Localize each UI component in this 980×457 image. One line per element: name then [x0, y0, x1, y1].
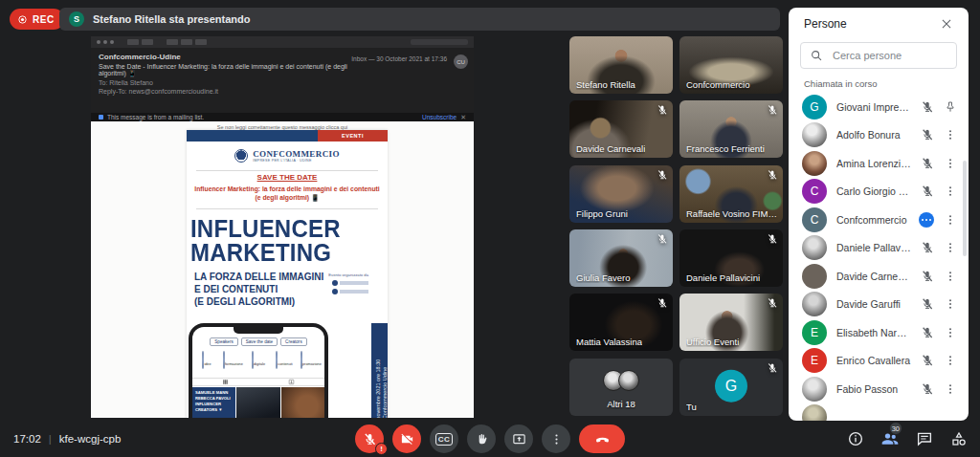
more-options-icon[interactable]	[944, 185, 957, 198]
video-tile-filippo-gruni[interactable]: Filippo Gruni	[569, 165, 673, 223]
highlight-label: idee	[204, 362, 211, 366]
participant-row[interactable]: Adolfo Bonura	[789, 121, 969, 150]
show-people-button[interactable]: 30	[880, 429, 900, 448]
video-tile-altri-18[interactable]: Altri 18	[569, 359, 673, 416]
participant-row[interactable]: Davide Carnevali	[789, 262, 969, 291]
more-options-icon[interactable]	[944, 326, 957, 339]
participant-row[interactable]: CConfcommercio	[789, 206, 969, 234]
highlight-label: contenuti	[278, 362, 292, 366]
meeting-details-button[interactable]	[846, 429, 865, 448]
dismiss-notice-icon[interactable]: ✕	[460, 114, 466, 121]
close-panel-icon[interactable]	[940, 17, 953, 31]
participant-avatar	[802, 122, 827, 147]
captions-button[interactable]: CC	[430, 424, 458, 453]
more-options-icon[interactable]	[944, 297, 957, 311]
participant-avatar	[802, 377, 827, 402]
participant-avatar	[802, 292, 827, 316]
participant-row[interactable]: Amina Lorenzina Bodro	[789, 149, 969, 178]
more-options-icon[interactable]	[944, 213, 957, 227]
video-tile-davide-carnevali[interactable]: Davide Carnevali	[569, 100, 673, 158]
tile-name-label: Giulia Favero	[576, 272, 631, 283]
mail-subject: Save the Date - Influencer Marketing: la…	[99, 63, 376, 77]
poster-subtitle: LA FORZA DELLE IMMAGINIE DEI CONTENUTI(E…	[194, 271, 323, 308]
organized-by: Evento organizzato da	[319, 272, 368, 294]
organizer-logo-icon	[332, 289, 338, 294]
pin-icon[interactable]	[944, 100, 957, 114]
more-options-icon[interactable]	[944, 354, 957, 367]
people-search-input[interactable]	[831, 49, 947, 62]
poster-subject: Influencer Marketing: la forza delle imm…	[192, 185, 382, 202]
participant-row[interactable]: Fabio Passon	[789, 375, 969, 403]
mic-off-icon	[767, 104, 778, 116]
participant-row[interactable]: CCarlo Giorgio Comino	[789, 178, 969, 207]
poster-subtitle-line: LA FORZA DELLE IMMAGINI	[194, 271, 323, 283]
mail-sender-avatar: CU	[454, 54, 468, 69]
video-tile-mattia-valassina[interactable]: Mattia Valassina	[569, 294, 673, 351]
mic-off-icon	[921, 185, 934, 198]
video-tile-raffaele-vosino-fimaa[interactable]: Raffaele Vosino FIMAA ...	[679, 165, 783, 223]
leave-call-button[interactable]	[579, 424, 625, 453]
mic-warning-badge: !	[375, 443, 388, 455]
toolbar-button	[181, 39, 192, 45]
more-options-icon[interactable]	[944, 157, 957, 170]
more-options-button[interactable]	[542, 424, 570, 453]
participant-row[interactable]: EElisabeth Nardin hds Bolz...	[789, 318, 969, 347]
participant-avatar: C	[802, 207, 827, 232]
participant-row[interactable]: Davide Garuffi	[789, 291, 969, 319]
more-options-icon[interactable]	[944, 128, 957, 141]
participant-row[interactable]: Daniele Pallavicini	[789, 234, 969, 263]
video-tile-tu[interactable]: GTu	[679, 359, 783, 416]
tile-name-label: Francesco Ferrienti	[686, 143, 765, 154]
eagle-emblem-icon	[234, 149, 248, 163]
info-icon	[847, 430, 864, 447]
mic-off-icon	[921, 241, 934, 254]
more-vert-icon	[549, 432, 564, 446]
participant-row-partial[interactable]	[789, 403, 969, 422]
story-highlights: ideeformazionedigitalecontenutipromozion…	[194, 352, 323, 369]
mic-off-icon	[921, 326, 934, 339]
chat-button[interactable]	[915, 429, 934, 448]
toolbar-button	[127, 39, 139, 45]
mailing-list-notice: This message is from a mailing list.	[107, 114, 418, 120]
confcommercio-logo: CONFCOMMERCIO IMPRESE PER L'ITALIA · UDI…	[187, 143, 388, 168]
people-search-box[interactable]	[800, 42, 957, 69]
participant-name: Daniele Pallavicini	[836, 242, 911, 253]
highlight-circle	[223, 351, 225, 369]
phone-tab-speakers: Speakers	[210, 337, 237, 346]
tile-name-label: Daniele Pallavicini	[686, 272, 760, 283]
video-tile-giulia-favero[interactable]: Giulia Favero	[569, 229, 673, 287]
unsubscribe-link[interactable]: Unsubscribe	[422, 114, 457, 120]
highlight-circle	[301, 351, 302, 369]
participant-row[interactable]: EEnrico Cavallera	[789, 347, 969, 376]
save-the-date: SAVE THE DATE	[187, 173, 388, 182]
mic-toggle-button[interactable]: !	[355, 424, 384, 453]
poster-banner-blue	[187, 130, 318, 141]
video-tile-stefano-ritella[interactable]: Stefano Ritella	[569, 36, 673, 94]
in-call-section-label: Chiamata in corso	[789, 69, 969, 93]
story-highlight-contenuti: contenuti	[275, 352, 294, 369]
activities-button[interactable]	[949, 429, 969, 448]
mic-off-icon	[921, 100, 934, 114]
logo-wordmark: CONFCOMMERCIO	[253, 149, 340, 159]
more-options-icon[interactable]	[944, 382, 957, 396]
organizer-logo	[319, 289, 368, 294]
video-tile-confcommercio[interactable]: Confcommercio	[679, 36, 783, 94]
more-options-icon[interactable]	[944, 241, 957, 254]
search-icon	[810, 49, 823, 62]
camera-toggle-button[interactable]	[392, 424, 421, 453]
mail-header: Confcommercio-Udine Save the Date - Infl…	[91, 48, 474, 113]
more-options-icon[interactable]	[944, 270, 957, 283]
participant-row[interactable]: GGiovani Imprenditori ... (Tu)	[789, 93, 969, 121]
mic-off-icon	[657, 104, 668, 116]
video-tile-francesco-ferrienti[interactable]: Francesco Ferrienti	[679, 100, 783, 158]
panel-scrollbar[interactable]	[963, 161, 967, 256]
video-tile-daniele-pallavicini[interactable]: Daniele Pallavicini	[679, 229, 783, 287]
participant-name: Fabio Passon	[836, 383, 911, 395]
mailing-list-icon	[99, 115, 103, 120]
tagged-icon	[258, 379, 324, 385]
video-tile-ufficio-eventi[interactable]: Ufficio Eventi	[679, 294, 783, 351]
meet-window: REC S Stefano Ritella sta presentando Co…	[0, 0, 980, 457]
people-panel: Persone Chiamata in corso GGiovani Impre…	[789, 8, 969, 421]
raise-hand-button[interactable]	[467, 424, 496, 453]
present-button[interactable]	[504, 424, 533, 453]
